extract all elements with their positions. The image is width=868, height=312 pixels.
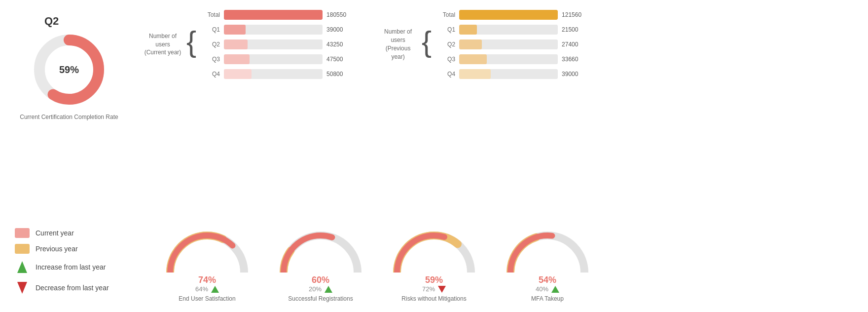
bar-fill [224,10,323,20]
bar-row: Total 180550 [200,10,354,20]
gauge-title-mfa-takeup: MFA Takeup [531,295,564,302]
bar-track [224,25,323,35]
bar-value: 43250 [326,41,354,48]
bar-label-q2: Q2 [200,41,220,48]
bar-row: Q4 39000 [435,69,589,79]
bar-fill [224,54,250,64]
legend-color-current-year [15,228,30,238]
quarter-label: Q2 [44,15,59,28]
legend: Current year Previous year Increase from… [15,223,143,300]
bar-track [459,69,558,79]
donut-chart-container: Q2 59% Current Certification Completion … [15,10,123,121]
gauge-previous-value: 40% [536,285,548,293]
bar-value: 39000 [562,71,589,78]
bar-chart-current-label: Number of users(Current year) [143,32,182,57]
legend-color-previous-year [15,244,30,254]
bottom-section: Current year Previous year Increase from… [15,223,853,302]
bar-value: 21500 [562,26,589,33]
bracket-previous: { [422,27,432,57]
bar-fill [459,39,482,49]
bar-row: Q2 27400 [435,39,589,49]
bar-fill [459,54,487,64]
legend-label-current-year: Current year [36,229,74,237]
gauge-chart [390,223,478,273]
gauge-previous-value: 20% [309,285,322,293]
legend-item-current-year: Current year [15,228,143,238]
legend-item-increase: Increase from last year [15,260,143,274]
gauges-section: 74% 64% End User Satisfaction [158,223,853,302]
arrow-down-icon [15,280,30,295]
donut-percentage: 59% [59,64,79,76]
bar-label-q3: Q3 [200,56,220,63]
top-section: Q2 59% Current Certification Completion … [15,10,853,218]
legend-label-previous-year: Previous year [36,245,78,253]
bar-value: 47500 [326,56,354,63]
bar-track [224,54,323,64]
bar-value: 39000 [326,26,354,33]
gauge-row: 64% [195,285,219,293]
bar-row: Q2 43250 [200,39,354,49]
gauge-row: 20% [309,285,332,293]
bar-track [459,39,558,49]
gauge-previous-value: 64% [195,285,208,293]
gauge-title-risks-without-mitigations: Risks without Mitigations [401,295,466,302]
svg-marker-3 [17,282,27,294]
bar-label-q2: Q2 [435,41,455,48]
bar-track [224,69,323,79]
bar-fill [224,39,248,49]
gauge-values: 54% 40% [536,275,559,293]
gauge-chart [163,223,252,273]
legend-item-decrease: Decrease from last year [15,280,143,295]
bar-value: 180550 [326,11,354,18]
bar-row: Total 121560 [435,10,589,20]
bar-charts-section: Number of users(Current year) { Total 18… [143,10,853,79]
svg-marker-2 [17,261,27,273]
bar-row: Q1 39000 [200,25,354,35]
bar-chart-previous-label: Number of users(Previous year) [378,28,418,61]
bar-fill [459,69,491,79]
bar-value: 33660 [562,56,589,63]
gauge-mfa-takeup: 54% 40% MFA Takeup [498,223,597,302]
arrow-up-icon [15,260,30,274]
bar-row: Q3 33660 [435,54,589,64]
gauge-chart [276,223,365,273]
bracket-current: { [186,27,196,57]
bar-row: Q4 50800 [200,69,354,79]
bar-label-total: Total [200,11,220,18]
gauge-title-end-user-satisfaction: End User Satisfaction [179,295,235,302]
dashboard: Q2 59% Current Certification Completion … [0,0,868,312]
legend-label-increase: Increase from last year [36,263,106,271]
donut-caption: Current Certification Completion Rate [20,113,118,121]
bar-track [224,10,323,20]
bar-row: Q1 21500 [435,25,589,35]
bar-chart-current: Number of users(Current year) { Total 18… [143,10,354,79]
bar-rows-previous: Total 121560 Q1 21500 [435,10,589,79]
bar-fill [459,10,558,20]
gauge-successful-registrations: 60% 20% Successful Registrations [271,223,370,302]
bar-value: 121560 [562,11,589,18]
gauge-title-successful-registrations: Successful Registrations [288,295,353,302]
trend-arrow-up-icon [211,286,219,293]
bar-track [459,54,558,64]
gauge-chart [503,223,592,273]
bar-track [459,10,558,20]
gauge-row: 40% [536,285,559,293]
gauge-values: 74% 64% [195,275,219,293]
bar-label-q1: Q1 [200,26,220,33]
trend-arrow-up-icon [325,286,332,293]
gauge-row: 72% [422,285,446,293]
bar-fill [224,25,246,35]
trend-arrow-up-icon [551,286,559,293]
bar-label-q1: Q1 [435,26,455,33]
bar-fill [459,25,477,35]
bar-track [224,39,323,49]
gauge-values: 59% 72% [422,275,446,293]
bar-track [459,25,558,35]
bar-row: Q3 47500 [200,54,354,64]
bar-rows-current: Total 180550 Q1 39000 [200,10,354,79]
bar-fill [224,69,252,79]
bar-value: 27400 [562,41,589,48]
gauge-previous-value: 72% [422,285,435,293]
gauge-current-value: 60% [312,275,329,285]
gauge-current-value: 54% [539,275,556,285]
